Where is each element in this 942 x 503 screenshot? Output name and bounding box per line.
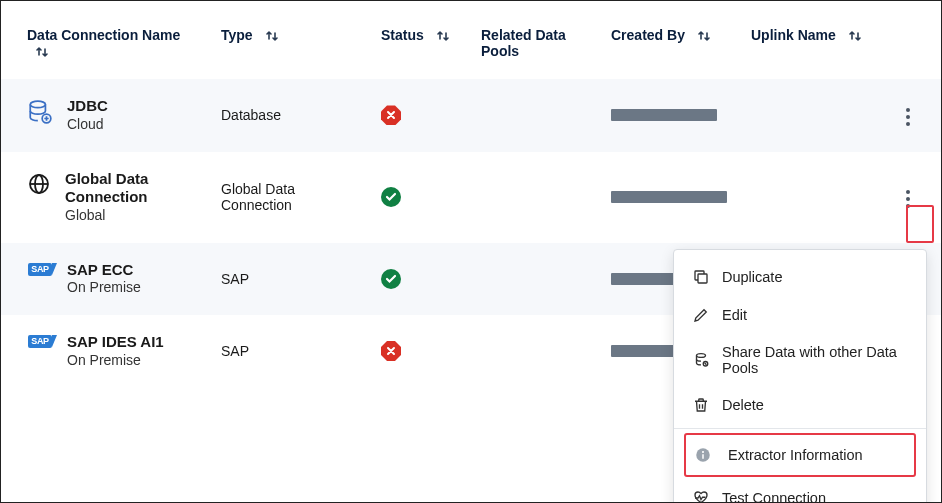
connection-type: Database — [211, 79, 371, 151]
column-header-type[interactable]: Type — [211, 1, 371, 79]
sort-icon[interactable] — [697, 29, 711, 43]
menu-item-share[interactable]: Share Data with other Data Pools — [674, 334, 926, 386]
status-ok-icon — [381, 269, 401, 289]
table-row[interactable]: JDBC Cloud Database — [1, 79, 941, 151]
status-error-icon — [381, 105, 401, 125]
connection-type: Global Data Connection — [211, 152, 371, 243]
status-ok-icon — [381, 187, 401, 207]
menu-item-edit[interactable]: Edit — [674, 296, 926, 334]
heartbeat-icon — [692, 489, 710, 503]
created-by-placeholder — [611, 109, 717, 121]
table-row[interactable]: Global Data Connection Global Global Dat… — [1, 152, 941, 243]
edit-icon — [692, 306, 710, 324]
connection-sub: Cloud — [67, 116, 108, 134]
globe-icon — [27, 172, 51, 196]
connection-sub: On Premise — [67, 352, 164, 370]
connection-name: SAP IDES AI1 — [67, 333, 164, 352]
sort-icon[interactable] — [35, 45, 49, 59]
database-icon — [27, 99, 53, 125]
connection-name: JDBC — [67, 97, 108, 116]
menu-divider — [674, 428, 926, 429]
svg-point-8 — [702, 451, 704, 453]
column-header-status[interactable]: Status — [371, 1, 471, 79]
connection-name: SAP ECC — [67, 261, 141, 280]
connection-name: Global Data Connection — [65, 170, 201, 208]
connection-sub: On Premise — [67, 279, 141, 297]
delete-icon — [692, 396, 710, 414]
menu-item-extractor[interactable]: Extractor Information — [686, 435, 914, 475]
sort-icon[interactable] — [436, 29, 450, 43]
sort-icon[interactable] — [265, 29, 279, 43]
status-error-icon — [381, 341, 401, 361]
annotation-highlight: Extractor Information — [684, 433, 916, 477]
svg-point-0 — [30, 101, 45, 108]
column-header-name[interactable]: Data Connection Name — [1, 1, 211, 79]
sap-icon: SAP — [27, 263, 53, 276]
menu-item-test[interactable]: Test Connection — [674, 479, 926, 503]
row-actions-button[interactable] — [897, 102, 919, 132]
created-by-placeholder — [611, 345, 677, 357]
connection-sub: Global — [65, 207, 201, 225]
column-header-pools: Related Data Pools — [471, 1, 601, 79]
created-by-placeholder — [611, 191, 727, 203]
menu-item-delete[interactable]: Delete — [674, 386, 926, 424]
svg-rect-4 — [698, 274, 707, 283]
column-header-createdby[interactable]: Created By — [601, 1, 741, 79]
share-icon — [692, 351, 710, 369]
column-header-uplink[interactable]: Uplink Name — [741, 1, 881, 79]
sort-icon[interactable] — [848, 29, 862, 43]
row-actions-menu: Duplicate Edit Share Data with other Dat… — [673, 249, 927, 503]
connection-type: SAP — [211, 243, 371, 315]
menu-item-duplicate[interactable]: Duplicate — [674, 258, 926, 296]
duplicate-icon — [692, 268, 710, 286]
info-icon — [694, 445, 712, 465]
svg-point-5 — [697, 354, 706, 358]
svg-rect-9 — [702, 454, 704, 459]
connection-type: SAP — [211, 315, 371, 387]
sap-icon: SAP — [27, 335, 53, 348]
annotation-highlight — [906, 205, 934, 243]
